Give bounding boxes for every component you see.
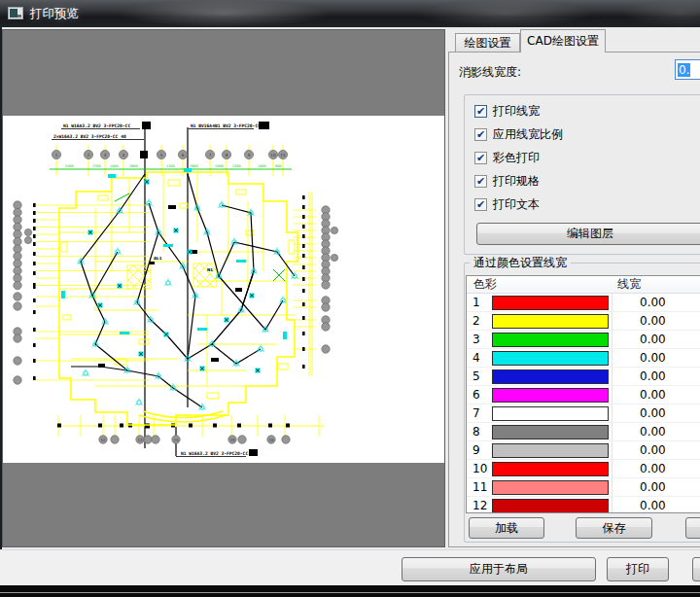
checkbox-row[interactable]: ✔ 打印文本 [474, 198, 563, 211]
grid-right-column [293, 192, 338, 376]
svg-text:15: 15 [229, 438, 235, 442]
edit-layers-button[interactable]: 编辑图层 [476, 223, 700, 245]
color-index: 11 [467, 480, 492, 494]
lineweight-row[interactable]: 3 0.00 [467, 331, 700, 349]
floorplan-walls [59, 172, 298, 425]
lineweight-row[interactable]: 8 0.00 [467, 423, 700, 441]
titlebar-glow [418, 0, 593, 27]
print-button[interactable]: 打印 [607, 557, 669, 581]
tab-cad-drawing-settings[interactable]: CAD绘图设置 [520, 29, 606, 53]
titlebar-glow [117, 0, 331, 27]
checkbox[interactable]: ✔ [474, 152, 487, 164]
color-swatch [492, 333, 609, 347]
color-swatch [492, 296, 609, 310]
svg-text:9: 9 [248, 153, 251, 158]
lineweight-value: 0.00 [640, 314, 666, 328]
riser-lines [145, 127, 188, 456]
lineweight-value: 0.00 [640, 406, 666, 420]
svg-text:2100: 2100 [166, 164, 175, 168]
tab-drawing-settings[interactable]: 绘图设置 [455, 33, 520, 52]
grid-left-column [14, 201, 149, 384]
color-index: 9 [467, 443, 492, 457]
color-index: 8 [467, 425, 492, 439]
apply-to-layout-button[interactable]: 应用于布局 [402, 557, 596, 581]
svg-text:1800: 1800 [110, 164, 119, 168]
lineweight-value: 0.00 [640, 369, 666, 383]
svg-text:3: 3 [104, 153, 107, 158]
column-header-width[interactable]: 线宽 [611, 276, 641, 293]
app-icon-image [10, 9, 18, 18]
color-index: 12 [467, 499, 492, 512]
lineweight-value: 0.00 [640, 296, 666, 309]
table-rows: 1 0.00 2 0.00 3 0.00 4 0.00 [467, 294, 700, 513]
svg-text:16: 16 [268, 438, 274, 442]
color-index: 7 [467, 406, 492, 420]
partial-button-footer[interactable] [692, 557, 700, 581]
svg-text:7: 7 [209, 153, 212, 158]
lineweight-row[interactable]: 6 0.00 [467, 386, 700, 404]
titlebar-glow [622, 0, 700, 27]
column-header-color[interactable]: 色彩 [467, 276, 611, 293]
svg-text:6: 6 [182, 153, 185, 158]
hatch-linewidth-input[interactable]: 0. [675, 59, 700, 80]
bottom-border-highlight [0, 592, 700, 593]
lineweight-row[interactable]: 9 0.00 [467, 441, 700, 460]
svg-text:1: 1 [55, 153, 58, 158]
svg-text:13: 13 [137, 438, 143, 442]
checkbox[interactable]: ✔ [474, 198, 487, 211]
table-header[interactable]: 色彩 线宽 [467, 276, 700, 294]
lineweight-value: 0.00 [640, 333, 666, 346]
lineweight-row[interactable]: 10 0.00 [467, 460, 700, 478]
lineweight-value: 0.00 [640, 443, 666, 457]
partial-button-panel[interactable] [685, 517, 700, 539]
color-swatch [492, 443, 609, 458]
checkbox[interactable]: ✔ [474, 128, 487, 141]
annotation-top-left-2: 2×W16A3.2 BV2 3-FPC20-CC 40 [53, 134, 126, 139]
titlebar[interactable]: 打印预览 [0, 0, 700, 27]
svg-text:12: 12 [100, 438, 106, 442]
lineweight-row[interactable]: 12 0.00 [467, 497, 700, 513]
window-bottom-border [0, 585, 700, 597]
color-index: 1 [467, 296, 492, 309]
lineweight-row[interactable]: 11 0.00 [467, 478, 700, 497]
lineweight-value: 0.00 [640, 388, 666, 402]
checkbox[interactable]: ✔ [474, 105, 487, 118]
lineweight-value: 0.00 [640, 462, 666, 475]
check-icon: ✔ [476, 106, 485, 117]
svg-text:2700: 2700 [92, 164, 101, 168]
checkbox[interactable]: ✔ [474, 175, 487, 188]
color-index: 2 [467, 314, 492, 328]
check-icon: ✔ [476, 129, 485, 140]
load-button[interactable]: 加载 [469, 517, 544, 539]
hatch-linewidth-value: 0. [678, 63, 690, 77]
annotation-bottom: N1 W16A3.2 BV2 3-FPC20-CC [181, 451, 248, 456]
window-title: 打印预览 [30, 6, 79, 22]
lineweight-row[interactable]: 1 0.00 [467, 294, 700, 312]
grid-top-row: 330027001800 360021002600 15002200240090… [50, 145, 292, 176]
svg-text:3300: 3300 [65, 164, 74, 168]
lineweight-row[interactable]: 4 0.00 [467, 349, 700, 368]
color-swatch [492, 388, 609, 403]
grid-bottom-row: 121314 1516 [56, 415, 324, 443]
color-swatch [492, 425, 609, 439]
lineweight-table: 色彩 线宽 1 0.00 2 0.00 3 0.00 4 [466, 275, 700, 513]
checkbox-row[interactable]: ✔ 打印规格 [474, 175, 563, 188]
color-index: 6 [467, 388, 492, 402]
tabpage-bottom-border [448, 546, 700, 547]
checkbox-label: 打印文本 [493, 196, 540, 213]
save-button[interactable]: 保存 [576, 517, 652, 539]
color-swatch [492, 369, 609, 384]
svg-text:2: 2 [88, 153, 90, 158]
lineweight-row[interactable]: 5 0.00 [467, 368, 700, 386]
checkbox-row[interactable]: ✔ 彩色打印 [474, 152, 563, 164]
checkbox-row[interactable]: ✔ 应用线宽比例 [474, 128, 563, 141]
paper-sheet: N1 W16A3.2 BV2 3-FPC20-CC 2×W16A3.2 BV2 … [3, 116, 444, 463]
lineweight-value: 0.00 [640, 351, 666, 365]
lineweight-value: 0.00 [640, 499, 666, 512]
lineweight-row[interactable]: 2 0.00 [467, 312, 700, 331]
checkbox-row[interactable]: ✔ 打印线宽 [474, 105, 563, 118]
svg-text:1500: 1500 [215, 164, 224, 168]
hatch-linewidth-label: 消影线宽度: [459, 64, 521, 81]
app-icon [8, 7, 23, 19]
lineweight-row[interactable]: 7 0.00 [467, 404, 700, 423]
